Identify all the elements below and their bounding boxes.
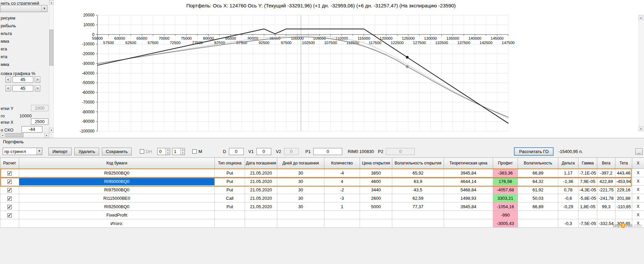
cell-vol[interactable]: 61,92 (518, 186, 558, 194)
cell-profit[interactable]: 3303,21 (493, 194, 518, 202)
cell-code[interactable]: RI95000BQ0 (19, 177, 215, 186)
cell-date[interactable]: 21.05.2020 (245, 177, 277, 186)
spin2-stepper[interactable]: 1 ▲ ▼ (172, 148, 185, 155)
col-header-days[interactable]: Дней до погашения (277, 158, 324, 169)
cell-qty[interactable]: 1 (324, 202, 360, 211)
cell-theta[interactable]: 443,46 (615, 169, 632, 177)
cell-theta[interactable] (615, 211, 632, 219)
cell-gamma[interactable]: 7,9E-05 (578, 177, 597, 186)
cell-date[interactable]: 21.05.2020 (245, 186, 277, 194)
delete-row-button[interactable]: X (632, 211, 644, 219)
cell-calc[interactable] (0, 177, 19, 186)
chart-vertical-scrollbar[interactable] (639, 15, 643, 131)
cell-days[interactable]: 30 (277, 186, 324, 194)
cell-vega[interactable]: -221,75 (597, 186, 615, 194)
cell-days[interactable]: 30 (277, 202, 324, 211)
cell-gamma[interactable]: -4,3E-05 (578, 186, 597, 194)
cell-profit[interactable]: -383,36 (493, 169, 518, 177)
scroll-up-icon[interactable]: ▲ (49, 0, 54, 5)
cell-gamma[interactable]: -7,5E-05 (578, 219, 597, 228)
cell-theor[interactable]: 3945,84 (444, 169, 493, 177)
m-checkbox[interactable] (192, 149, 197, 154)
scroll-down-icon[interactable]: ▼ (49, 128, 54, 133)
cell-days[interactable] (277, 211, 324, 219)
delete-row-button[interactable]: X (632, 169, 644, 177)
cell-calc[interactable] (0, 219, 19, 228)
cell-vol[interactable] (518, 211, 558, 219)
cell-profit[interactable]: -990 (493, 211, 518, 219)
cell-open_price[interactable]: 3850 (360, 169, 392, 177)
col-header-code[interactable]: Код бумаги (19, 158, 215, 169)
cell-type[interactable]: Call (215, 194, 245, 202)
scroll-down-icon[interactable]: ▼ (639, 126, 643, 131)
cell-open_vol[interactable]: 62,59 (392, 194, 444, 202)
cell-delta[interactable]: 0,78 (558, 186, 578, 194)
cell-open_vol[interactable]: 77,37 (392, 202, 444, 211)
delete-row-button[interactable]: X (632, 177, 644, 186)
cell-code[interactable]: RI97500BQ0 (19, 186, 215, 194)
v1-field[interactable] (256, 148, 271, 155)
scale-y-decrease-button[interactable]: < (5, 85, 11, 91)
cell-delta[interactable]: -0,6 (558, 194, 578, 202)
calculate-go-button[interactable]: Рассчитать ГО (514, 147, 554, 156)
cell-delta[interactable] (558, 211, 578, 219)
p1-field[interactable] (313, 148, 342, 155)
col-header-open_price[interactable]: Цена открытия (360, 158, 392, 169)
cell-days[interactable]: 30 (277, 177, 324, 186)
draw-item-gamma2[interactable]: мма (1, 62, 9, 67)
cell-delta[interactable]: -0,3 (558, 219, 578, 228)
cell-theta[interactable]: 229,16 (615, 186, 632, 194)
cell-code[interactable]: RI92500BQ0 (19, 202, 215, 211)
row-checkbox[interactable] (7, 196, 12, 201)
col-header-profit[interactable]: Профит (493, 158, 518, 169)
d-field[interactable] (229, 148, 244, 155)
cell-code[interactable]: Итого: (19, 219, 215, 228)
row-checkbox[interactable] (7, 205, 12, 209)
cell-theor[interactable]: 5468,84 (444, 186, 493, 194)
delete-row-button[interactable]: X (632, 194, 644, 202)
scroll-up-icon[interactable]: ▲ (639, 15, 643, 20)
draw-item-vega[interactable]: ега (1, 46, 7, 51)
cell-theor[interactable]: 4644,14 (444, 177, 493, 186)
cell-theta[interactable]: 201,88 (615, 194, 632, 202)
draw-item-gamma[interactable]: мма (1, 39, 9, 44)
cell-days[interactable]: 30 (277, 194, 324, 202)
cell-profit[interactable]: -1054,16 (493, 202, 518, 211)
cell-theor[interactable]: 1498,93 (444, 194, 493, 202)
cell-gamma[interactable] (578, 211, 597, 219)
cell-open_price[interactable]: 4600 (360, 177, 392, 186)
col-header-delta[interactable]: Дельта (558, 158, 578, 169)
col-header-theta[interactable]: Тета (615, 158, 632, 169)
cell-gamma[interactable]: 1,8E-05 (578, 202, 597, 211)
cell-theor[interactable]: 3945,84 (444, 202, 493, 211)
delete-row-button[interactable]: X (632, 202, 644, 211)
cell-delta[interactable]: -1,36 (558, 177, 578, 186)
scale-y-increase-button[interactable]: > (35, 85, 40, 91)
cell-open_vol[interactable]: 63,9 (392, 177, 444, 186)
cell-type[interactable]: Put (215, 186, 245, 194)
sidebar-vertical-scrollbar[interactable] (49, 0, 54, 133)
positions-table[interactable]: РасчетКод бумагиТип опционаДата погашени… (0, 157, 644, 228)
cell-type[interactable]: Put (215, 202, 245, 211)
scale-x-input[interactable] (12, 76, 33, 83)
chevron-down-icon[interactable]: ▼ (36, 148, 42, 155)
cell-type[interactable]: Put (215, 177, 245, 186)
cell-vol[interactable]: 64,32 (518, 177, 558, 186)
draw-item-profit[interactable]: рибыль (1, 23, 16, 28)
cell-code[interactable]: RI92500BQ0 (19, 169, 215, 177)
cell-open_price[interactable]: 3440 (360, 186, 392, 194)
col-header-vol[interactable]: Волатильность (518, 158, 558, 169)
row-checkbox[interactable] (7, 171, 12, 176)
cell-vega[interactable]: -397,2 (597, 169, 615, 177)
draw-item-delta[interactable]: ельта (1, 31, 12, 36)
col-header-calc[interactable]: Расчет (0, 158, 19, 169)
sidebar-hscroll-thumb[interactable] (5, 133, 24, 137)
delete-button[interactable]: Удалить (74, 148, 99, 155)
cell-delta[interactable]: 1,17 (558, 169, 578, 177)
cell-profit[interactable]: -4057,68 (493, 186, 518, 194)
cell-qty[interactable]: -4 (324, 169, 360, 177)
cell-qty[interactable]: -3 (324, 194, 360, 202)
col-header-theor[interactable]: Теоретическая цена (444, 158, 493, 169)
row-checkbox[interactable] (7, 188, 12, 192)
scale-y-input[interactable] (12, 85, 33, 91)
